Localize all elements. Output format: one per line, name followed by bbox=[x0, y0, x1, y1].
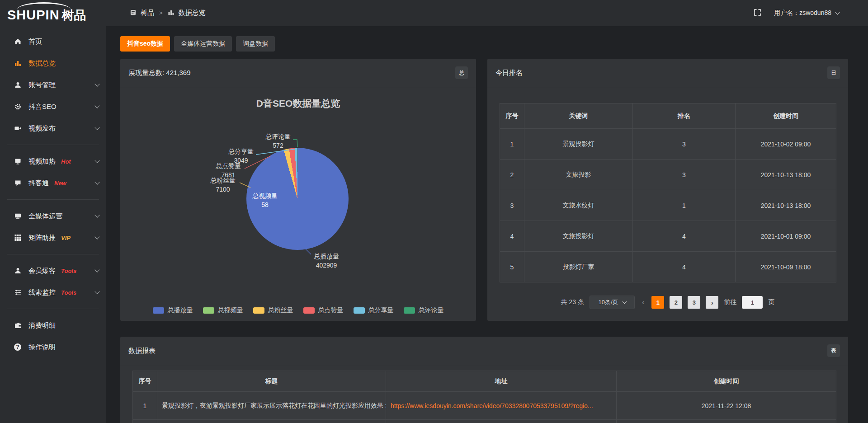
pie-label-videos: 总视频量 58 bbox=[248, 191, 282, 210]
page-button-3[interactable]: 3 bbox=[688, 296, 700, 309]
logo-text-en: SHUPIN bbox=[7, 8, 60, 23]
legend-item-comments[interactable]: 总评论量 bbox=[404, 306, 444, 315]
col-keyword: 关键词 bbox=[524, 103, 633, 129]
sidebar-item-label: 数据总览 bbox=[28, 59, 56, 68]
logo: SHUPIN 树品 bbox=[0, 0, 106, 31]
goto-label: 前往 bbox=[724, 298, 736, 306]
wallet-icon bbox=[14, 322, 22, 329]
chevron-down-icon bbox=[94, 234, 99, 239]
sidebar-item-label: 抖客通 bbox=[28, 179, 49, 188]
legend-swatch bbox=[203, 307, 214, 314]
chevron-down-icon bbox=[94, 81, 99, 86]
fullscreen-icon[interactable] bbox=[754, 9, 761, 18]
sidebar-item-label: 消费明细 bbox=[28, 321, 56, 330]
breadcrumb-home[interactable]: 树品 bbox=[141, 9, 154, 17]
top-bar: 树品 > 数据总览 用户名：zswodun88 bbox=[106, 0, 868, 26]
legend-item-shares[interactable]: 总分享量 bbox=[354, 306, 394, 315]
page-button-1[interactable]: 1 bbox=[651, 296, 664, 309]
chevron-down-icon bbox=[94, 212, 99, 217]
pie-leader-lines bbox=[120, 87, 476, 321]
data-source-tabs: 抖音seo数据 全媒体运营数据 询盘数据 bbox=[120, 36, 275, 52]
sidebar-item-video-heat[interactable]: 视频加热 Hot bbox=[0, 150, 106, 172]
sidebar-menu: 首页 数据总览 账号管理 抖音SEO 视频发布 bbox=[0, 31, 106, 358]
tab-douyin-seo-data[interactable]: 抖音seo数据 bbox=[120, 36, 170, 52]
prev-page-button[interactable]: ‹ bbox=[640, 298, 646, 306]
chevron-down-icon bbox=[94, 125, 99, 130]
sidebar-item-video-publish[interactable]: 视频发布 bbox=[0, 118, 106, 139]
user-dropdown[interactable]: 用户名：zswodun88 bbox=[774, 9, 839, 17]
sidebar-item-data-overview[interactable]: 数据总览 bbox=[0, 52, 106, 74]
chevron-down-icon bbox=[622, 300, 627, 304]
sidebar-item-label: 视频发布 bbox=[28, 124, 56, 133]
table-row: 1 景观投影灯，夜游景观投影灯厂家展示展示落花灯在花园里的灯光投影应用效果 # … bbox=[133, 392, 836, 420]
table-row: 1景观投影灯32021-10-02 09:00 bbox=[500, 129, 836, 160]
hot-badge: Hot bbox=[61, 158, 71, 165]
tab-inquiry-data[interactable]: 询盘数据 bbox=[236, 36, 275, 52]
ranking-panel-title: 今日排名 bbox=[495, 69, 523, 77]
data-report-panel: 数据报表 表 序号 标题 地址 创建时间 1 景观投影灯，夜游景观投影灯厂家展示… bbox=[120, 337, 848, 423]
chevron-down-icon bbox=[94, 103, 99, 108]
chevron-down-icon bbox=[94, 289, 99, 294]
table-row bbox=[133, 420, 836, 423]
tab-omni-media-data[interactable]: 全媒体运营数据 bbox=[174, 36, 232, 52]
mini-bar-chart-icon bbox=[168, 9, 175, 17]
sidebar-item-member-baoke[interactable]: 会员爆客 Tools bbox=[0, 260, 106, 282]
sidebar-item-label: 全媒体运营 bbox=[28, 212, 62, 221]
goto-page-input[interactable] bbox=[742, 296, 763, 309]
sidebar-item-douketong[interactable]: 抖客通 New bbox=[0, 172, 106, 194]
monitor-icon bbox=[14, 212, 22, 220]
table-row: 4文旅投影灯42021-10-01 09:00 bbox=[500, 221, 836, 252]
sidebar-item-label: 操作说明 bbox=[28, 343, 56, 352]
today-ranking-panel: 今日排名 日 序号 关键词 排名 创建时间 1景观投影灯32021-10-02 … bbox=[487, 59, 848, 321]
sidebar-item-clue-monitor[interactable]: 线索监控 Tools bbox=[0, 282, 106, 303]
sidebar-item-label: 首页 bbox=[28, 38, 42, 46]
table-header-row: 序号 关键词 排名 创建时间 bbox=[500, 103, 836, 129]
app-square-icon bbox=[130, 9, 137, 17]
report-title: 景观投影灯，夜游景观投影灯厂家展示展示落花灯在花园里的灯光投影应用效果 # bbox=[157, 392, 386, 420]
grid-icon bbox=[14, 234, 22, 241]
chat-bubble-icon bbox=[14, 179, 22, 187]
sidebar-item-home[interactable]: 首页 bbox=[0, 31, 106, 52]
video-camera-icon bbox=[14, 125, 22, 132]
screen-board-icon bbox=[14, 158, 22, 165]
video-link[interactable]: https://www.iesdouyin.com/share/video/70… bbox=[391, 402, 593, 409]
sidebar: SHUPIN 树品 首页 数据总览 账号管理 bbox=[0, 0, 106, 423]
sidebar-item-douyin-seo[interactable]: 抖音SEO bbox=[0, 96, 106, 118]
sidebar-item-omni-media[interactable]: 全媒体运营 bbox=[0, 205, 106, 227]
breadcrumb-current[interactable]: 数据总览 bbox=[179, 9, 206, 17]
person-icon bbox=[14, 267, 22, 274]
username-label: 用户名：zswodun88 bbox=[774, 9, 831, 17]
legend-item-likes[interactable]: 总点赞量 bbox=[303, 306, 344, 315]
chart-panel-header: 展现量总数: 421,369 总 bbox=[120, 59, 476, 87]
menu-divider bbox=[7, 145, 99, 145]
next-page-button[interactable]: › bbox=[706, 296, 718, 309]
sidebar-item-consumption-detail[interactable]: 消费明细 bbox=[0, 315, 106, 336]
table-header-row: 序号 标题 地址 创建时间 bbox=[133, 371, 836, 392]
page-button-2[interactable]: 2 bbox=[670, 296, 682, 309]
col-url: 地址 bbox=[386, 371, 617, 392]
ranking-table: 序号 关键词 排名 创建时间 1景观投影灯32021-10-02 09:00 2… bbox=[500, 103, 836, 282]
table-row: 5投影灯厂家42021-10-09 18:00 bbox=[500, 252, 836, 282]
legend-item-videos[interactable]: 总视频量 bbox=[203, 306, 243, 315]
chevron-down-icon bbox=[94, 179, 99, 184]
table-view-button[interactable]: 表 bbox=[827, 344, 840, 357]
menu-divider bbox=[7, 254, 99, 254]
logo-text-cn: 树品 bbox=[62, 7, 86, 24]
page-unit-label: 页 bbox=[768, 298, 774, 306]
sidebar-item-help[interactable]: 操作说明 bbox=[0, 336, 106, 358]
report-url-cell: https://www.iesdouyin.com/share/video/70… bbox=[386, 392, 617, 420]
col-created: 创建时间 bbox=[736, 103, 836, 129]
daily-view-button[interactable]: 日 bbox=[827, 66, 840, 79]
col-title: 标题 bbox=[157, 371, 386, 392]
chart-legend: 总播放量 总视频量 总粉丝量 总点赞量 总分享量 总评论量 bbox=[120, 306, 476, 315]
total-view-button[interactable]: 总 bbox=[455, 66, 468, 79]
menu-divider bbox=[7, 309, 99, 309]
sidebar-item-label: 会员爆客 bbox=[28, 267, 56, 275]
page-size-select[interactable]: 10条/页 bbox=[590, 296, 635, 309]
sidebar-item-account[interactable]: 账号管理 bbox=[0, 74, 106, 96]
legend-item-fans[interactable]: 总粉丝量 bbox=[253, 306, 293, 315]
legend-item-plays[interactable]: 总播放量 bbox=[153, 306, 193, 315]
sidebar-item-matrix-boost[interactable]: 矩阵助推 VIP bbox=[0, 227, 106, 249]
legend-swatch bbox=[404, 307, 415, 314]
report-seq: 1 bbox=[133, 392, 157, 420]
